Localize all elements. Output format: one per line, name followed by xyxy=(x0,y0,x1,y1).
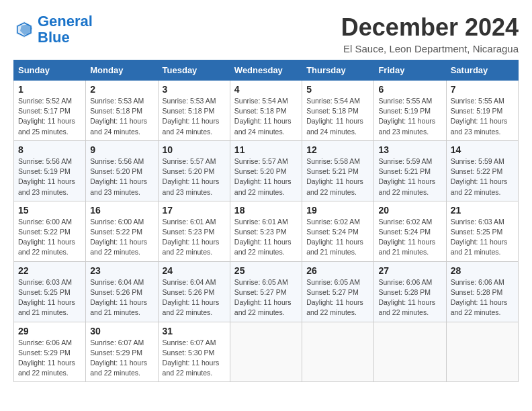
day-number: 22 xyxy=(18,265,81,276)
day-number: 5 xyxy=(306,84,369,95)
day-detail: Sunrise: 6:05 AM Sunset: 5:27 PM Dayligh… xyxy=(234,277,298,318)
column-header-monday: Monday xyxy=(86,60,158,81)
day-number: 29 xyxy=(18,326,81,336)
title-area: December 2024 El Sauce, Leon Department,… xyxy=(341,13,519,54)
header-row: SundayMondayTuesdayWednesdayThursdayFrid… xyxy=(14,60,519,81)
calendar-cell: 27Sunrise: 6:06 AM Sunset: 5:28 PM Dayli… xyxy=(374,261,446,322)
day-detail: Sunrise: 6:07 AM Sunset: 5:29 PM Dayligh… xyxy=(90,338,153,379)
calendar-cell xyxy=(446,322,518,382)
calendar-cell: 11Sunrise: 5:57 AM Sunset: 5:20 PM Dayli… xyxy=(230,140,302,201)
calendar-cell: 17Sunrise: 6:01 AM Sunset: 5:23 PM Dayli… xyxy=(158,201,230,261)
calendar-cell: 26Sunrise: 6:05 AM Sunset: 5:27 PM Dayli… xyxy=(302,261,374,322)
calendar-cell: 18Sunrise: 6:01 AM Sunset: 5:23 PM Dayli… xyxy=(230,201,302,261)
logo-line2: Blue xyxy=(38,29,70,46)
day-number: 18 xyxy=(234,205,298,216)
calendar-cell: 23Sunrise: 6:04 AM Sunset: 5:26 PM Dayli… xyxy=(86,261,158,322)
calendar-cell: 10Sunrise: 5:57 AM Sunset: 5:20 PM Dayli… xyxy=(158,140,230,201)
day-detail: Sunrise: 6:06 AM Sunset: 5:29 PM Dayligh… xyxy=(18,338,81,379)
calendar-cell: 15Sunrise: 6:00 AM Sunset: 5:22 PM Dayli… xyxy=(14,201,86,261)
calendar-cell: 9Sunrise: 5:56 AM Sunset: 5:20 PM Daylig… xyxy=(86,140,158,201)
day-detail: Sunrise: 6:06 AM Sunset: 5:28 PM Dayligh… xyxy=(451,277,514,318)
day-detail: Sunrise: 6:02 AM Sunset: 5:24 PM Dayligh… xyxy=(306,217,369,258)
column-header-thursday: Thursday xyxy=(302,60,374,81)
day-detail: Sunrise: 6:01 AM Sunset: 5:23 PM Dayligh… xyxy=(234,217,298,258)
calendar-cell: 8Sunrise: 5:56 AM Sunset: 5:19 PM Daylig… xyxy=(14,140,86,201)
day-number: 25 xyxy=(234,265,298,276)
calendar-cell: 28Sunrise: 6:06 AM Sunset: 5:28 PM Dayli… xyxy=(446,261,518,322)
day-detail: Sunrise: 5:59 AM Sunset: 5:21 PM Dayligh… xyxy=(378,156,441,197)
calendar-cell: 1Sunrise: 5:52 AM Sunset: 5:17 PM Daylig… xyxy=(14,81,86,141)
calendar-cell xyxy=(302,322,374,382)
day-number: 3 xyxy=(163,84,226,95)
day-number: 27 xyxy=(378,265,441,276)
calendar-cell xyxy=(230,322,302,382)
day-detail: Sunrise: 6:06 AM Sunset: 5:28 PM Dayligh… xyxy=(378,277,441,318)
day-number: 4 xyxy=(234,84,298,95)
calendar-cell: 19Sunrise: 6:02 AM Sunset: 5:24 PM Dayli… xyxy=(302,201,374,261)
day-number: 30 xyxy=(90,326,153,336)
day-detail: Sunrise: 5:53 AM Sunset: 5:18 PM Dayligh… xyxy=(90,96,153,137)
calendar-cell: 24Sunrise: 6:04 AM Sunset: 5:26 PM Dayli… xyxy=(158,261,230,322)
calendar-cell: 3Sunrise: 5:53 AM Sunset: 5:18 PM Daylig… xyxy=(158,81,230,141)
month-title: December 2024 xyxy=(341,13,519,42)
day-detail: Sunrise: 5:57 AM Sunset: 5:20 PM Dayligh… xyxy=(163,156,226,197)
day-detail: Sunrise: 6:03 AM Sunset: 5:25 PM Dayligh… xyxy=(18,277,81,318)
day-detail: Sunrise: 6:00 AM Sunset: 5:22 PM Dayligh… xyxy=(18,217,81,258)
location-subtitle: El Sauce, Leon Department, Nicaragua xyxy=(341,43,519,54)
calendar-cell: 16Sunrise: 6:00 AM Sunset: 5:22 PM Dayli… xyxy=(86,201,158,261)
logo: General Blue xyxy=(13,13,93,46)
day-number: 28 xyxy=(451,265,514,276)
day-detail: Sunrise: 5:57 AM Sunset: 5:20 PM Dayligh… xyxy=(234,156,298,197)
day-number: 6 xyxy=(378,84,441,95)
column-header-wednesday: Wednesday xyxy=(230,60,302,81)
day-number: 9 xyxy=(90,144,153,155)
day-number: 19 xyxy=(306,205,369,216)
day-number: 26 xyxy=(306,265,369,276)
day-detail: Sunrise: 6:04 AM Sunset: 5:26 PM Dayligh… xyxy=(90,277,153,318)
day-detail: Sunrise: 5:52 AM Sunset: 5:17 PM Dayligh… xyxy=(18,96,81,137)
calendar-cell xyxy=(374,322,446,382)
day-number: 23 xyxy=(90,265,153,276)
calendar-cell: 2Sunrise: 5:53 AM Sunset: 5:18 PM Daylig… xyxy=(86,81,158,141)
calendar-cell: 22Sunrise: 6:03 AM Sunset: 5:25 PM Dayli… xyxy=(14,261,86,322)
column-header-friday: Friday xyxy=(374,60,446,81)
day-detail: Sunrise: 5:54 AM Sunset: 5:18 PM Dayligh… xyxy=(234,96,298,137)
calendar-cell: 20Sunrise: 6:02 AM Sunset: 5:24 PM Dayli… xyxy=(374,201,446,261)
day-number: 13 xyxy=(378,144,441,155)
week-row-4: 22Sunrise: 6:03 AM Sunset: 5:25 PM Dayli… xyxy=(14,261,519,322)
day-detail: Sunrise: 6:01 AM Sunset: 5:23 PM Dayligh… xyxy=(163,217,226,258)
day-detail: Sunrise: 6:04 AM Sunset: 5:26 PM Dayligh… xyxy=(163,277,226,318)
day-detail: Sunrise: 6:05 AM Sunset: 5:27 PM Dayligh… xyxy=(306,277,369,318)
week-row-1: 1Sunrise: 5:52 AM Sunset: 5:17 PM Daylig… xyxy=(14,81,519,141)
day-number: 2 xyxy=(90,84,153,95)
day-number: 17 xyxy=(163,205,226,216)
day-number: 14 xyxy=(451,144,514,155)
logo-icon xyxy=(13,19,35,40)
calendar-cell: 5Sunrise: 5:54 AM Sunset: 5:18 PM Daylig… xyxy=(302,81,374,141)
day-number: 12 xyxy=(306,144,369,155)
column-header-saturday: Saturday xyxy=(446,60,518,81)
week-row-3: 15Sunrise: 6:00 AM Sunset: 5:22 PM Dayli… xyxy=(14,201,519,261)
day-detail: Sunrise: 5:59 AM Sunset: 5:22 PM Dayligh… xyxy=(451,156,514,197)
column-header-tuesday: Tuesday xyxy=(158,60,230,81)
calendar-cell: 12Sunrise: 5:58 AM Sunset: 5:21 PM Dayli… xyxy=(302,140,374,201)
day-number: 21 xyxy=(451,205,514,216)
calendar-table: SundayMondayTuesdayWednesdayThursdayFrid… xyxy=(13,60,519,382)
week-row-5: 29Sunrise: 6:06 AM Sunset: 5:29 PM Dayli… xyxy=(14,322,519,382)
calendar-cell: 7Sunrise: 5:55 AM Sunset: 5:19 PM Daylig… xyxy=(446,81,518,141)
day-detail: Sunrise: 6:00 AM Sunset: 5:22 PM Dayligh… xyxy=(90,217,153,258)
day-detail: Sunrise: 5:54 AM Sunset: 5:18 PM Dayligh… xyxy=(306,96,369,137)
day-detail: Sunrise: 6:07 AM Sunset: 5:30 PM Dayligh… xyxy=(163,338,226,379)
day-detail: Sunrise: 5:55 AM Sunset: 5:19 PM Dayligh… xyxy=(378,96,441,137)
day-number: 24 xyxy=(163,265,226,276)
column-header-sunday: Sunday xyxy=(14,60,86,81)
calendar-cell: 14Sunrise: 5:59 AM Sunset: 5:22 PM Dayli… xyxy=(446,140,518,201)
day-detail: Sunrise: 5:53 AM Sunset: 5:18 PM Dayligh… xyxy=(163,96,226,137)
header: General Blue December 2024 El Sauce, Leo… xyxy=(13,13,519,54)
day-number: 1 xyxy=(18,84,81,95)
calendar-cell: 13Sunrise: 5:59 AM Sunset: 5:21 PM Dayli… xyxy=(374,140,446,201)
day-number: 15 xyxy=(18,205,81,216)
calendar-cell: 21Sunrise: 6:03 AM Sunset: 5:25 PM Dayli… xyxy=(446,201,518,261)
calendar-cell: 29Sunrise: 6:06 AM Sunset: 5:29 PM Dayli… xyxy=(14,322,86,382)
day-number: 20 xyxy=(378,205,441,216)
